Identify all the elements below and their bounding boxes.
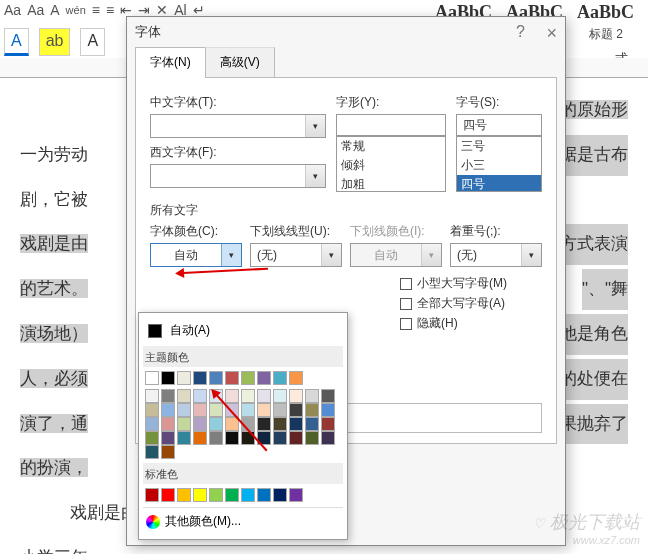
color-swatch[interactable] [177,389,191,403]
auto-color-item[interactable]: 自动(A) [143,317,343,344]
color-swatch[interactable] [145,488,159,502]
color-swatch[interactable] [209,417,223,431]
color-swatch[interactable] [145,431,159,445]
highlight-icon[interactable]: ab [39,28,71,56]
close-button[interactable]: × [546,23,557,44]
color-swatch[interactable] [145,417,159,431]
color-swatch[interactable] [241,403,255,417]
color-swatch[interactable] [305,403,319,417]
color-swatch[interactable] [257,389,271,403]
tab-font[interactable]: 字体(N) [135,47,206,78]
chevron-down-icon[interactable]: ▾ [305,165,325,187]
standard-swatches[interactable] [143,486,343,504]
theme-swatches[interactable] [143,369,343,387]
color-swatch[interactable] [305,389,319,403]
color-swatch[interactable] [289,488,303,502]
color-swatch[interactable] [321,431,335,445]
color-swatch[interactable] [225,488,239,502]
tab-advanced[interactable]: 高级(V) [205,47,275,78]
color-swatch[interactable] [161,431,175,445]
color-swatch[interactable] [161,403,175,417]
color-swatch[interactable] [193,488,207,502]
color-swatch[interactable] [257,417,271,431]
color-swatch[interactable] [177,488,191,502]
font-style-label: 字形(Y): [336,94,446,111]
color-swatch[interactable] [305,431,319,445]
color-swatch[interactable] [161,371,175,385]
font-size-input[interactable]: 四号 [456,114,542,136]
color-swatch[interactable] [177,417,191,431]
font-style-input[interactable] [336,114,446,136]
chevron-down-icon[interactable]: ▾ [521,244,541,266]
emphasis-combo[interactable]: (无)▾ [450,243,542,267]
chevron-down-icon[interactable]: ▾ [221,244,241,266]
color-swatch[interactable] [257,403,271,417]
underline-style-combo[interactable]: (无)▾ [250,243,342,267]
color-swatch[interactable] [305,417,319,431]
chinese-font-label: 中文字体(T): [150,94,326,111]
color-swatch[interactable] [289,431,303,445]
all-caps-checkbox[interactable]: 全部大写字母(A) [400,295,542,312]
color-swatch[interactable] [257,488,271,502]
color-swatch[interactable] [257,371,271,385]
phonetic-icon[interactable]: wén [66,4,86,16]
color-swatch[interactable] [161,445,175,459]
color-swatch[interactable] [225,371,239,385]
font-color-icon[interactable]: A [4,28,29,56]
small-caps-checkbox[interactable]: 小型大写字母(M) [400,275,542,292]
color-swatch[interactable] [289,403,303,417]
color-swatch[interactable] [321,403,335,417]
color-swatch[interactable] [289,417,303,431]
chevron-down-icon[interactable]: ▾ [305,115,325,137]
color-swatch[interactable] [289,389,303,403]
help-button[interactable]: ? [516,23,525,41]
color-swatch[interactable] [273,389,287,403]
color-swatch[interactable] [145,445,159,459]
chinese-font-combo[interactable]: ▾ [150,114,326,138]
color-swatch[interactable] [145,389,159,403]
color-swatch[interactable] [161,389,175,403]
more-colors-item[interactable]: 其他颜色(M)... [143,507,343,535]
color-swatch[interactable] [161,417,175,431]
char-border-icon[interactable]: A [50,2,59,18]
font-icon[interactable]: Aa [4,2,21,18]
list-icon[interactable]: ≡ [106,2,114,18]
char-shading-icon[interactable]: A [80,28,105,56]
color-swatch[interactable] [177,403,191,417]
color-swatch[interactable] [225,389,239,403]
color-swatch[interactable] [209,488,223,502]
color-swatch[interactable] [193,431,207,445]
color-swatch[interactable] [177,371,191,385]
color-swatch[interactable] [193,417,207,431]
color-swatch[interactable] [241,488,255,502]
color-swatch[interactable] [273,431,287,445]
color-swatch[interactable] [321,389,335,403]
font-color-combo[interactable]: 自动▾ [150,243,242,267]
color-swatch[interactable] [209,403,223,417]
western-font-combo[interactable]: ▾ [150,164,326,188]
font-size-list[interactable]: 三号 小三 四号 [456,136,542,192]
color-swatch[interactable] [193,389,207,403]
color-swatch[interactable] [273,488,287,502]
font-icon[interactable]: Aa [27,2,44,18]
western-font-label: 西文字体(F): [150,144,326,161]
list-icon[interactable]: ≡ [92,2,100,18]
color-swatch[interactable] [273,371,287,385]
color-swatch[interactable] [273,417,287,431]
color-swatch[interactable] [241,371,255,385]
color-swatch[interactable] [161,488,175,502]
color-swatch[interactable] [225,431,239,445]
color-swatch[interactable] [145,403,159,417]
hidden-checkbox[interactable]: 隐藏(H) [400,315,542,332]
color-swatch[interactable] [273,403,287,417]
color-swatch[interactable] [289,371,303,385]
color-swatch[interactable] [145,371,159,385]
color-swatch[interactable] [193,403,207,417]
chevron-down-icon[interactable]: ▾ [321,244,341,266]
font-style-list[interactable]: 常规 倾斜 加粗 [336,136,446,192]
color-swatch[interactable] [177,431,191,445]
color-swatch[interactable] [321,417,335,431]
color-swatch[interactable] [241,389,255,403]
color-swatch[interactable] [193,371,207,385]
color-swatch[interactable] [209,431,223,445]
